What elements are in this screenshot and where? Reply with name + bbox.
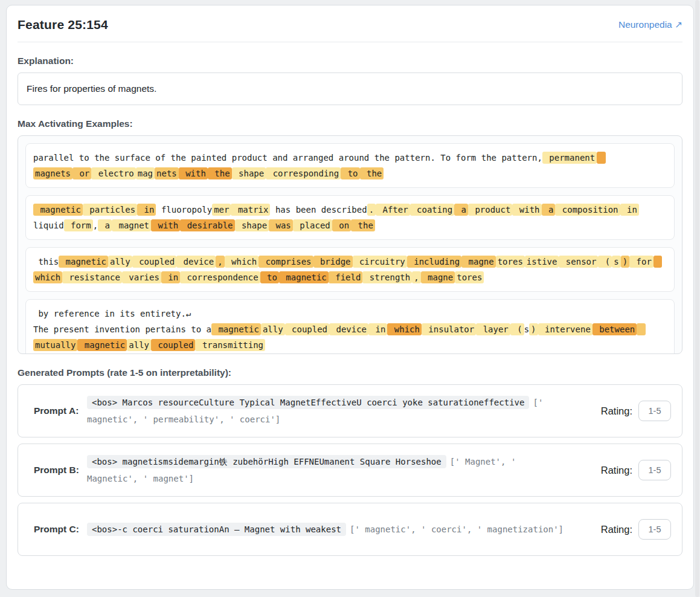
activated-token: in (368, 323, 387, 335)
activated-token: comprises (258, 256, 313, 268)
token-line: parallel to the surface of the painted p… (33, 150, 667, 166)
prompt-row: Prompt B:<bos> magnetismsidemargin铁 zube… (18, 444, 682, 497)
activated-token: varies (122, 271, 161, 283)
token: has been described (270, 205, 367, 215)
activated-token: corresponding (266, 167, 341, 179)
rating-group: Rating: (577, 460, 673, 480)
activated-token: coupled (151, 339, 195, 351)
token-line: which resistance varies in correspondenc… (33, 269, 667, 285)
prompts-list: Prompt A:<bos> Marcos resourceCulture Ty… (18, 384, 682, 556)
activated-token: which (387, 323, 422, 335)
activated-token: mutually (33, 339, 77, 351)
activated-token: magnetic (211, 323, 261, 335)
token-line: magnets or electromagnets with the shape… (33, 166, 667, 181)
prompt-tokens-chip: <bos> magnetismsidemargin铁 zubehörHigh E… (87, 455, 446, 468)
example-card: by reference in its entirety.↵The presen… (25, 299, 675, 354)
activated-token: for (629, 256, 653, 268)
prompt-row: Prompt A:<bos> Marcos resourceCulture Ty… (18, 384, 682, 437)
activated-token: with (512, 204, 541, 216)
examples-label: Max Activating Examples: (18, 118, 682, 129)
activated-token: particles (83, 204, 137, 216)
activated-token: which (33, 271, 62, 283)
token: liquid (33, 221, 64, 230)
activated-token: a (98, 219, 112, 231)
prompts-label: Generated Prompts (rate 1-5 on interpret… (18, 367, 682, 378)
activated-token: , (412, 271, 420, 283)
activated-token: correspondence (180, 271, 260, 283)
activated-token: istive (525, 256, 559, 268)
activated-token (637, 323, 645, 335)
activated-token: circuitry (353, 256, 407, 268)
divider (18, 42, 682, 42)
activated-token: mer (212, 204, 231, 216)
activated-token: to (260, 271, 279, 283)
activated-token: product (468, 204, 512, 216)
activated-token: magnetic (77, 339, 127, 351)
activated-token: electro (91, 167, 135, 179)
rating-input[interactable] (638, 401, 671, 421)
activated-token: magnetic (59, 256, 108, 268)
activated-token: magne (461, 256, 496, 268)
activated-token (597, 152, 605, 164)
example-card: this magnetically coupled device, which … (25, 247, 675, 292)
activated-token: the (208, 167, 232, 179)
activated-token: or (72, 167, 91, 179)
activated-token: sensor (559, 256, 598, 268)
activated-token: to (341, 167, 359, 179)
activated-token: layer (476, 323, 510, 335)
activated-token: nets (155, 167, 179, 179)
prompt-tokens-chip: <bos>-c coerci saturationAn – Magnet wit… (87, 523, 346, 536)
activated-token: field (329, 271, 363, 283)
neuronpedia-link[interactable]: Neuronpedia ↗ (618, 19, 682, 30)
rating-group: Rating: (577, 401, 673, 421)
activated-token: was (269, 219, 293, 231)
activated-token: ( (510, 323, 524, 335)
explanation-label: Explanation: (18, 56, 682, 66)
rating-input[interactable] (638, 460, 671, 480)
activated-token: ) (529, 323, 538, 335)
prompt-tokens-chip: <bos> Marcos resourceCulture Typical Mag… (87, 396, 529, 409)
activated-token: ally (261, 323, 285, 335)
activated-token: magnetic (279, 271, 329, 283)
page-scrollbar[interactable] (695, 0, 699, 595)
activated-token: permanent (542, 152, 597, 164)
activated-token: a (454, 204, 468, 216)
activated-token: intervene (538, 323, 592, 335)
activated-token: tores (496, 256, 525, 268)
prompt-text: <bos>-c coerci saturationAn – Magnet wit… (87, 521, 567, 538)
prompt-text: <bos> Marcos resourceCulture Typical Mag… (87, 394, 567, 428)
page-title: Feature 25:154 (18, 18, 108, 32)
example-card: parallel to the surface of the painted p… (25, 143, 675, 188)
activated-token: with (179, 167, 208, 179)
activated-token: with (151, 219, 180, 231)
activated-token: form (64, 219, 93, 231)
activated-token: including (407, 256, 461, 268)
activated-token: , (216, 256, 224, 268)
activated-token: in (620, 204, 639, 216)
activated-token: placed (293, 219, 332, 231)
activated-token (653, 256, 662, 268)
activated-token: shape (235, 219, 269, 231)
rating-label: Rating: (601, 524, 632, 535)
explanation-box: Fires for properties of magnets. (18, 73, 682, 105)
activated-token: magnet (112, 219, 151, 231)
activated-token: ally (127, 339, 151, 351)
activated-token: mag (136, 167, 155, 179)
activated-token: resistance (62, 271, 122, 283)
examples-list[interactable]: parallel to the surface of the painted p… (18, 135, 682, 354)
rating-input[interactable] (638, 519, 671, 540)
token-line: by reference in its entirety.↵ (33, 306, 667, 321)
prompt-completions: [' magnetic', ' coerci', ' magnetization… (350, 524, 564, 534)
token: this (33, 257, 59, 266)
activated-token: tores (455, 271, 484, 283)
activated-token: ( (598, 256, 612, 268)
example-card: magnetic particles in fluoropolymer matr… (25, 195, 675, 240)
token: The present invention pertains to a (33, 324, 211, 334)
rating-label: Rating: (601, 405, 632, 417)
activated-token: between (592, 323, 637, 335)
prompt-label: Prompt B: (27, 465, 87, 476)
activated-token: composition (555, 204, 620, 216)
token: s (524, 324, 529, 334)
activated-token: desirable (180, 219, 234, 231)
activated-token: shape (232, 167, 266, 179)
